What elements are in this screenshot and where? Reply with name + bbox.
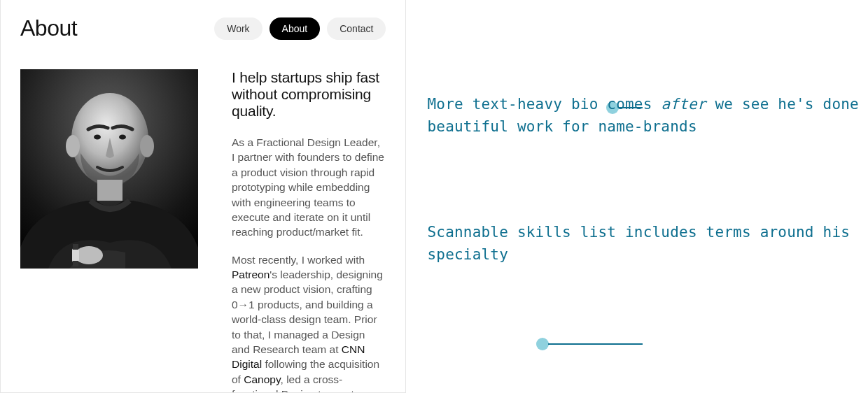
avatar [20, 69, 198, 269]
bio-column: I help startups ship fast without compro… [232, 69, 386, 393]
annotations-column: More text-heavy bio comes after we see h… [406, 0, 868, 393]
annotation-1: More text-heavy bio comes after we see h… [427, 94, 868, 138]
brand-patreon: Patreon [232, 269, 270, 280]
nav-tabs: Work About Contact [214, 17, 386, 40]
svg-point-3 [140, 135, 154, 157]
annotation-2: Scannable skills list includes terms aro… [427, 222, 868, 266]
brand-canopy: Canopy [244, 373, 280, 385]
bio-paragraph-1: As a Fractional Design Leader, I partner… [232, 135, 386, 240]
svg-point-5 [119, 135, 126, 140]
tab-about[interactable]: About [270, 17, 321, 40]
svg-rect-10 [73, 261, 78, 266]
svg-rect-8 [72, 248, 79, 262]
header: About Work About Contact [20, 15, 386, 41]
annotation-text: More text-heavy bio comes [427, 96, 661, 113]
svg-point-4 [94, 135, 101, 140]
bio-headline: I help startups ship fast without compro… [232, 69, 386, 120]
page-title: About [20, 15, 77, 41]
about-section: I help startups ship fast without compro… [20, 69, 386, 393]
svg-rect-6 [97, 180, 122, 201]
annotation-emphasis: after [661, 96, 706, 113]
bio-text: Most recently, I worked with [232, 254, 365, 266]
tab-work[interactable]: Work [214, 17, 262, 40]
tab-contact[interactable]: Contact [327, 17, 386, 40]
svg-point-2 [66, 135, 80, 157]
portfolio-page: About Work About Contact [0, 0, 406, 393]
avatar-placeholder-svg [20, 69, 198, 269]
bio-text: 's leadership, designing a new product v… [232, 269, 383, 355]
bio-paragraph-2: Most recently, I worked with Patreon's l… [232, 252, 386, 393]
svg-rect-9 [73, 244, 78, 250]
